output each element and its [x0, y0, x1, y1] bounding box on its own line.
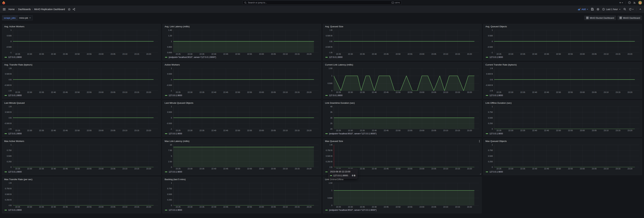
chart-plot[interactable]: [494, 145, 640, 167]
chart-plot[interactable]: [334, 145, 479, 167]
panel-header[interactable]: Max Link Latency (millis): [162, 139, 321, 144]
chart-plot[interactable]: [334, 30, 479, 53]
panel-header[interactable]: Backlog (last 5 mins): [162, 177, 321, 182]
collapse-up-icon[interactable]: [639, 8, 641, 10]
y-tick-label: 0: [10, 40, 12, 42]
chart-plot[interactable]: [173, 106, 319, 129]
x-tick-label: 23:20: [305, 206, 313, 208]
zoom-out-icon[interactable]: [623, 8, 626, 11]
legend-item[interactable]: 127.0.0.1:9000: [325, 56, 342, 58]
legend-item[interactable]: 127.0.0.1:9000: [165, 171, 182, 173]
chart-plot[interactable]: [13, 106, 158, 129]
chart-plot[interactable]: [13, 30, 158, 53]
legend-item[interactable]: {endpoint="localhost:9010", server="127.…: [325, 133, 376, 135]
panel-header[interactable]: Last Minute Queued: [2, 100, 160, 105]
x-tick-label: 22:35: [198, 206, 206, 208]
legend-item[interactable]: 127.0.0.1:9000: [486, 133, 503, 135]
search-input[interactable]: Search or jump to... ctrl+k: [242, 1, 402, 5]
legend-item[interactable]: 127.0.0.1:9000: [4, 209, 22, 211]
settings-gear-icon[interactable]: [596, 8, 600, 11]
star-icon[interactable]: [68, 8, 70, 11]
share-icon[interactable]: [72, 8, 75, 11]
chart-plot[interactable]: [173, 145, 319, 167]
save-dashboard-icon[interactable]: [591, 8, 594, 11]
x-tick-label: 23:00: [418, 91, 426, 93]
chart-plot[interactable]: [494, 30, 640, 53]
menu-toggle-button[interactable]: [3, 8, 6, 11]
y-axis: 10.5000-0.500-1: [162, 106, 172, 129]
grafana-logo[interactable]: [2, 1, 6, 4]
panel-header[interactable]: Current Link Latency (millis): [323, 62, 482, 67]
panel-header[interactable]: Avg. Transfer Rate (bytes/s): [2, 62, 160, 67]
panel-header[interactable]: Active Workers: [162, 62, 321, 67]
y-tick-label: 1.50: [329, 182, 332, 184]
minio-dashboard-link[interactable]: MinIO Dashboard: [618, 16, 642, 20]
chart-plot[interactable]: [13, 68, 158, 91]
x-tick-label: 22:30: [347, 91, 354, 93]
panel-header[interactable]: Avg. Active Workers: [2, 24, 160, 29]
new-menu-button[interactable]: +: [619, 1, 623, 4]
legend-item[interactable]: 127.0.0.1:9000: [165, 209, 182, 211]
legend-item[interactable]: 127.0.0.1:9000: [486, 56, 503, 58]
legend-item[interactable]: 127.0.0.1:9000: [4, 171, 22, 173]
panel-header[interactable]: Link Offline Duration (sec): [484, 100, 642, 105]
y-tick-label: 10: [170, 144, 172, 146]
panel-menu-icon[interactable]: [479, 140, 480, 142]
legend-item[interactable]: 127.0.0.1:9000: [165, 94, 182, 97]
x-tick-label: 22:35: [198, 168, 206, 170]
x-tick-label: 23:00: [418, 168, 426, 170]
breadcrumb-dashboards[interactable]: Dashboards: [18, 8, 31, 11]
add-panel-button[interactable]: Add: [578, 8, 588, 11]
search-shortcut-hint: ctrl+k: [392, 2, 400, 4]
legend-item[interactable]: {endpoint="localhost:9010", server="127.…: [325, 209, 376, 211]
x-tick-label: 23:15: [294, 168, 301, 170]
panel-header[interactable]: Max Queued Objects: [484, 139, 642, 144]
dashboard-links: MinIO Bucket Dashboard MinIO Dashboard: [584, 16, 642, 20]
panel-header[interactable]: Max Active Workers: [2, 139, 160, 144]
chart-plot[interactable]: [334, 183, 479, 205]
minio-bucket-dashboard-link[interactable]: MinIO Bucket Dashboard: [584, 16, 616, 20]
refresh-button[interactable]: [629, 8, 634, 11]
user-avatar[interactable]: [638, 1, 642, 5]
panel-header[interactable]: Max Transfer Rate (per sec): [2, 177, 160, 182]
panel-header[interactable]: Current Transfer Rate (bytes/s): [484, 62, 642, 67]
panel-header[interactable]: Max Queued Size: [323, 139, 482, 144]
panel-header[interactable]: Avg. Queued Objects: [484, 24, 642, 29]
legend-item[interactable]: 127.0.0.1:9000: [325, 94, 342, 97]
panel-resize-handle[interactable]: [480, 173, 481, 175]
legend-item[interactable]: 127.0.0.1:9000: [165, 133, 182, 135]
variable-value-dropdown[interactable]: minio-job: [17, 15, 33, 20]
legend-item[interactable]: 127.0.0.1:9000: [486, 171, 503, 173]
chart-plot[interactable]: [173, 183, 319, 205]
legend-item[interactable]: {endpoint="localhost:9010", server="127.…: [165, 56, 216, 58]
chart-plot[interactable]: [334, 106, 479, 129]
x-tick-label: 22:35: [38, 91, 45, 93]
chart-plot[interactable]: [173, 68, 319, 91]
chart-plot[interactable]: [13, 183, 158, 205]
legend-item[interactable]: 127.0.0.1:9000: [486, 94, 503, 97]
legend-item[interactable]: 127.0.0.1:9000: [4, 94, 22, 97]
panel-header[interactable]: Link Downtime Duration (sec): [323, 100, 482, 105]
y-tick-label: 0.750: [488, 149, 493, 151]
y-tick-label: 0.250 B: [5, 199, 12, 201]
chart-plot[interactable]: [173, 30, 319, 53]
chart-plot[interactable]: [334, 68, 479, 91]
x-tick-label: 22:55: [246, 168, 253, 170]
x-tick-label: 22:30: [186, 53, 194, 55]
legend-item[interactable]: 127.0.0.1:9000: [4, 133, 22, 135]
legend-label: 127.0.0.1:9000: [8, 171, 22, 173]
legend-color-dash: [325, 172, 328, 172]
chart-plot[interactable]: [13, 145, 158, 167]
chart-plot[interactable]: [494, 68, 640, 91]
x-tick-label: 23:10: [121, 53, 128, 55]
panel-header[interactable]: Last Minute Queued Objects: [162, 100, 321, 105]
x-tick-label: 23:00: [579, 130, 586, 132]
panel-header[interactable]: Avg. Queued Size: [323, 24, 482, 29]
time-range-picker[interactable]: Last 1 hour: [602, 8, 621, 11]
chart-plot[interactable]: [494, 106, 640, 129]
panel-header[interactable]: Avg. Link Latency (millis): [162, 24, 321, 29]
breadcrumb-home[interactable]: Home: [8, 8, 14, 11]
news-button[interactable]: [633, 1, 636, 4]
help-button[interactable]: ?: [628, 1, 631, 4]
legend-item[interactable]: 127.0.0.1:9000: [4, 56, 22, 58]
